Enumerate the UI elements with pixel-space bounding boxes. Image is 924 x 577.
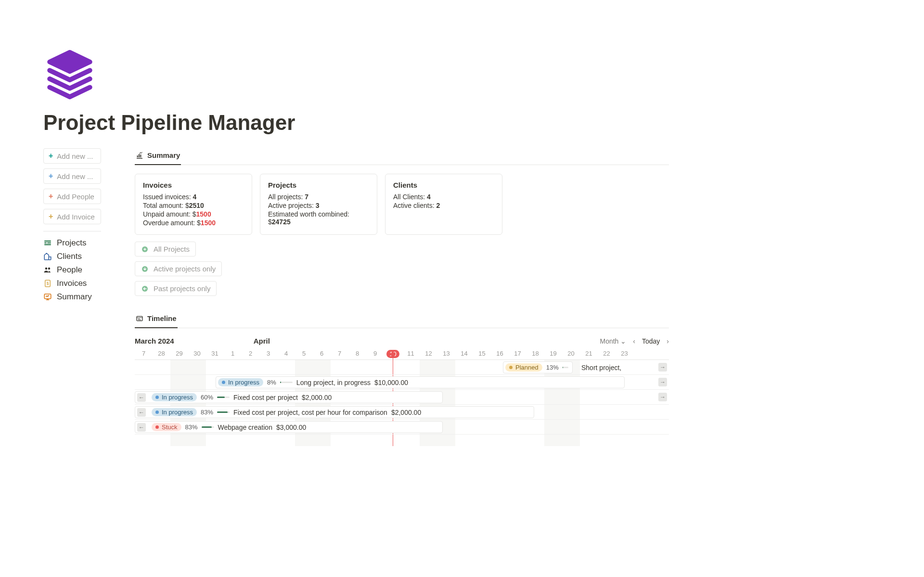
timeline-day[interactable]: 31 [206, 350, 224, 359]
plus-icon: + [49, 172, 53, 180]
timeline-day[interactable]: 23 [616, 350, 633, 359]
timeline-day[interactable]: 7 [135, 350, 153, 359]
svg-rect-6 [137, 316, 142, 321]
add-new-button-0[interactable]: + Add new ... [43, 148, 101, 164]
progress-percent: 13% [546, 364, 559, 371]
add-label: Add People [57, 192, 94, 201]
timeline-day[interactable]: 21 [580, 350, 598, 359]
timeline-day[interactable]: 22 [598, 350, 616, 359]
tab-label: Timeline [147, 314, 177, 322]
timeline-row: ←In progress83%Fixed cost per project, c… [135, 405, 669, 420]
timeline-days-header: 7282930311234567891011121314151617181920… [135, 350, 669, 359]
plus-icon: + [49, 192, 53, 201]
card-invoices[interactable]: Invoices Issued invoices: 4 Total amount… [135, 174, 252, 235]
month-label-1: March 2024 [135, 337, 174, 345]
next-button[interactable]: › [667, 337, 669, 345]
today-button[interactable]: Today [642, 337, 660, 345]
progress-bar [217, 411, 230, 413]
estimated-worth: Estimated worth combined: $24725 [268, 210, 369, 226]
end-arrow-icon[interactable]: → [658, 378, 667, 386]
people-icon [43, 266, 52, 274]
status-pill: Stuck [152, 423, 181, 431]
timeline-row: Planned13%Short project,→ [135, 360, 669, 375]
circle-down-icon [141, 265, 149, 273]
card-projects[interactable]: Projects All projects: 7 Active projects… [260, 174, 377, 235]
add-label: Add Invoice [57, 213, 94, 221]
unpaid-amount: Unpaid amount: $1500 [143, 210, 244, 218]
end-arrow-icon[interactable]: → [658, 393, 667, 401]
timeline-day[interactable]: 29 [170, 350, 188, 359]
filter-past-projects[interactable]: Past projects only [135, 281, 217, 296]
add-new-button-1[interactable]: + Add new ... [43, 168, 101, 184]
timeline-day[interactable]: 19 [544, 350, 562, 359]
timeline-bar[interactable]: ←In progress83%Fixed cost per project, c… [135, 406, 534, 418]
filter-label: All Projects [154, 245, 190, 253]
overdue-amount: Overdue amount: $1500 [143, 219, 244, 227]
active-projects: Active projects: 3 [268, 202, 369, 209]
nav-label: Clients [57, 252, 82, 261]
timeline-day[interactable]: 7 [331, 350, 348, 359]
timeline-day[interactable]: 4 [277, 350, 295, 359]
lead-arrow-icon: ← [137, 423, 146, 432]
timeline-day[interactable]: 11 [402, 350, 420, 359]
prev-button[interactable]: ‹ [633, 337, 635, 345]
filter-active-projects[interactable]: Active projects only [135, 261, 222, 276]
nav-summary[interactable]: Summary [43, 290, 101, 304]
timeline-day[interactable]: 6 [313, 350, 331, 359]
bar-title: Long project, in progress [296, 379, 371, 386]
timeline-day[interactable]: 9 [366, 350, 384, 359]
timeline-day[interactable]: 28 [153, 350, 170, 359]
bar-title: Short project, [581, 364, 621, 372]
svg-text:$: $ [47, 282, 49, 286]
progress-bar [202, 426, 214, 428]
view-selector[interactable]: Month ⌄ [600, 337, 626, 345]
timeline-day[interactable]: 16 [491, 350, 509, 359]
timeline-row: ←Stuck83%Webpage creation$3,000.00 [135, 420, 669, 435]
summary-icon [43, 293, 52, 301]
nav-label: People [57, 265, 82, 275]
bar-title: Webpage creation [218, 423, 272, 431]
timeline-day[interactable]: 13 [437, 350, 455, 359]
filter-all-projects[interactable]: All Projects [135, 242, 196, 256]
add-invoice-button[interactable]: + Add Invoice [43, 209, 101, 224]
card-title: Clients [393, 181, 494, 189]
timeline-bar[interactable]: In progress8%Long project, in progress$1… [216, 376, 625, 388]
timeline-bar[interactable]: ←In progress60%Fixed cost per project$2,… [135, 391, 443, 403]
progress-bar [280, 382, 293, 383]
invoices-icon: $ [43, 279, 52, 288]
plus-icon: + [49, 152, 53, 160]
timeline-day[interactable]: 1 [224, 350, 242, 359]
timeline-day[interactable]: 18 [526, 350, 544, 359]
timeline-day[interactable]: 14 [455, 350, 473, 359]
nav-clients[interactable]: Clients [43, 250, 101, 263]
plus-icon: + [49, 212, 53, 221]
month-label-2: April [254, 337, 270, 345]
timeline-bar[interactable]: ←Stuck83%Webpage creation$3,000.00 [135, 421, 443, 433]
timeline-bar[interactable]: Planned13%Short project, [503, 361, 621, 373]
chevron-down-icon: ⌄ [620, 337, 626, 345]
timeline-day[interactable]: 17 [509, 350, 526, 359]
timeline-day[interactable]: 2 [242, 350, 259, 359]
timeline-day[interactable]: 8 [348, 350, 366, 359]
add-label: Add new ... [57, 152, 93, 160]
timeline-day[interactable]: 30 [188, 350, 206, 359]
timeline-day[interactable]: 15 [473, 350, 491, 359]
circle-plus-icon [141, 245, 149, 253]
timeline-row: In progress8%Long project, in progress$1… [135, 375, 669, 390]
end-arrow-icon[interactable]: → [658, 363, 667, 372]
tab-summary[interactable]: Summary [135, 148, 181, 165]
nav-projects[interactable]: Projects [43, 236, 101, 250]
timeline-day[interactable]: 5 [295, 350, 313, 359]
status-pill: Planned [505, 363, 542, 372]
add-people-button[interactable]: + Add People [43, 189, 101, 204]
divider [43, 231, 101, 231]
nav-invoices[interactable]: $ Invoices [43, 277, 101, 290]
card-clients[interactable]: Clients All Clients: 4 Active clients: 2 [385, 174, 502, 235]
timeline-day[interactable]: 20 [562, 350, 580, 359]
issued-invoices: Issued invoices: 4 [143, 193, 244, 201]
timeline-day[interactable]: 3 [259, 350, 277, 359]
timeline-day[interactable]: 12 [420, 350, 437, 359]
tab-timeline[interactable]: Timeline [135, 311, 178, 328]
nav-people[interactable]: People [43, 263, 101, 277]
nav-label: Invoices [57, 279, 87, 288]
